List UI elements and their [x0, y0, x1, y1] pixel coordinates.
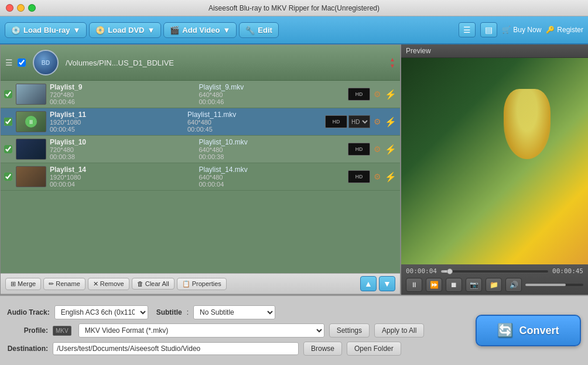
audio-subtitle-row: Audio Track: English AC3 6ch (0x110) Sub…: [7, 305, 469, 319]
list-action-toolbar: ⊞ Merge ✏ Rename ✕ Remove 🗑 Clear All 📋 …: [1, 273, 400, 294]
destination-row: Destination: Browse Open Folder: [7, 342, 469, 356]
merge-button[interactable]: ⊞ Merge: [5, 278, 41, 290]
volume-fill: [525, 284, 566, 286]
buy-now-button[interactable]: 🛒 Buy Now: [502, 26, 541, 34]
output-time-p11: 00:00:45: [187, 126, 322, 133]
remove-icon: ✕: [93, 280, 98, 288]
dropdown-arrow-icon-2: ▼: [147, 26, 155, 35]
profile-select[interactable]: MKV Video Format (*.mkv): [78, 323, 324, 338]
row-checkbox-p10[interactable]: [4, 145, 12, 153]
disc-path: /Volumes/PIN...US_D1_BDLIVE: [66, 58, 385, 67]
audio-track-label: Audio Track:: [7, 308, 50, 316]
convert-label: Convert: [519, 325, 559, 337]
clear-all-button[interactable]: 🗑 Clear All: [132, 278, 175, 290]
apply-to-all-button[interactable]: Apply to All: [374, 323, 424, 338]
edit-button[interactable]: 🔧 Edit: [239, 22, 279, 38]
bluray-disc-icon: BD: [33, 50, 59, 75]
rename-button[interactable]: ✏ Rename: [43, 278, 86, 290]
settings-icon-p10[interactable]: ⚙: [374, 144, 381, 154]
delete-icon-p14[interactable]: ⚡: [385, 171, 396, 182]
audio-track-select[interactable]: English AC3 6ch (0x110): [54, 305, 148, 319]
playback-buttons: ⏸ ⏩ ⏹ 📷 📁 🔊: [406, 278, 583, 292]
rename-icon: ✏: [49, 280, 54, 288]
register-button[interactable]: 🔑 Register: [546, 26, 583, 34]
main-toolbar: 💿 Load Blu-ray ▼ 📀 Load DVD ▼ 🎬 Add Vide…: [0, 16, 588, 44]
row-output-p9: Playlist_9.mkv 640*480 00:00:46: [199, 83, 345, 105]
pause-indicator: ⏸: [25, 116, 37, 128]
load-dvd-button[interactable]: 📀 Load DVD ▼: [89, 22, 161, 38]
convert-icon: 🔄: [497, 323, 513, 338]
app-title: Aiseesoft Blu-ray to MKV Ripper for Mac(…: [208, 4, 380, 12]
output-name-p11: Playlist_11.mkv: [187, 111, 322, 119]
playlist-name-p11: Playlist_11: [50, 111, 184, 119]
open-folder-button[interactable]: Open Folder: [347, 342, 401, 356]
playlist-name-p9: Playlist_9: [50, 83, 196, 91]
scroll-up-icon[interactable]: ▲: [389, 56, 395, 63]
play-pause-button[interactable]: ⏸: [406, 278, 422, 292]
minimize-button[interactable]: [17, 4, 25, 12]
output-time-p14: 00:00:04: [199, 181, 345, 188]
volume-slider[interactable]: [525, 284, 583, 286]
preview-panel: Preview 00:00:04 00:00:45 ⏸ ⏩ ⏹ 📷 📁 🔊: [401, 44, 588, 295]
folder-button[interactable]: 📁: [486, 278, 502, 292]
progress-bar[interactable]: [440, 270, 549, 273]
delete-icon-p9[interactable]: ⚡: [385, 89, 396, 100]
move-up-button[interactable]: ▲: [360, 276, 377, 291]
dvd-icon: 📀: [95, 26, 105, 35]
playlist-dims-p9: 720*480: [50, 91, 196, 98]
maximize-button[interactable]: [28, 4, 36, 12]
settings-icon-p9[interactable]: ⚙: [374, 89, 381, 99]
screenshot-button[interactable]: 📷: [466, 278, 482, 292]
dropdown-arrow-icon-3: ▼: [223, 26, 230, 35]
load-dvd-label: Load DVD: [108, 26, 144, 35]
fast-forward-button[interactable]: ⏩: [426, 278, 442, 292]
row-info-p10: Playlist_10 720*480 00:00:38: [50, 138, 196, 160]
window-controls: [6, 4, 36, 12]
format-select-p11[interactable]: HD: [348, 115, 370, 128]
row-checkbox-p11[interactable]: [4, 118, 12, 126]
settings-icon-p14[interactable]: ⚙: [374, 172, 381, 181]
edit-icon: 🔧: [245, 26, 255, 35]
preview-controls: 00:00:04 00:00:45 ⏸ ⏩ ⏹ 📷 📁 🔊: [401, 264, 588, 295]
row-output-p10: Playlist_10.mkv 640*480 00:00:38: [199, 138, 345, 160]
table-row[interactable]: Playlist_10 720*480 00:00:38 Playlist_10…: [1, 136, 400, 163]
table-row[interactable]: Playlist_14 1920*1080 00:00:04 Playlist_…: [1, 163, 400, 191]
list-view-button[interactable]: ☰: [459, 22, 476, 37]
properties-button[interactable]: 📋 Properties: [177, 278, 227, 290]
scroll-down-icon[interactable]: ▼: [389, 63, 395, 69]
remove-button[interactable]: ✕ Remove: [88, 278, 129, 290]
settings-button[interactable]: Settings: [329, 323, 370, 338]
output-time-p10: 00:00:38: [199, 153, 345, 160]
table-row[interactable]: Playlist_9 720*480 00:00:46 Playlist_9.m…: [1, 81, 400, 108]
hd-badge-p14: HD: [348, 170, 370, 183]
output-time-p9: 00:00:46: [199, 98, 345, 105]
delete-icon-p10[interactable]: ⚡: [385, 144, 396, 155]
convert-button[interactable]: 🔄 Convert: [476, 315, 581, 346]
thumbnail-p11: ⏸: [16, 111, 46, 132]
register-label: Register: [557, 26, 583, 34]
add-video-button[interactable]: 🎬 Add Video ▼: [163, 22, 237, 38]
playlist-list: Playlist_9 720*480 00:00:46 Playlist_9.m…: [1, 81, 400, 273]
grid-view-button[interactable]: ▤: [480, 22, 497, 37]
delete-icon-p11[interactable]: ⚡: [385, 116, 396, 128]
row-checkbox-p9[interactable]: [4, 90, 12, 98]
close-button[interactable]: [6, 4, 13, 12]
playlist-time-p14: 00:00:04: [50, 181, 196, 188]
settings-icon-p11[interactable]: ⚙: [374, 117, 381, 126]
progress-thumb: [447, 268, 453, 274]
browse-button[interactable]: Browse: [303, 342, 342, 356]
output-dims-p14: 640*480: [199, 174, 345, 181]
dropdown-arrow-icon: ▼: [73, 26, 80, 35]
select-all-checkbox[interactable]: [18, 58, 26, 67]
row-checkbox-p14[interactable]: [4, 173, 12, 181]
properties-icon: 📋: [182, 280, 190, 288]
stop-button[interactable]: ⏹: [446, 278, 462, 292]
playlist-time-p9: 00:00:46: [50, 98, 196, 105]
subtitle-select[interactable]: No Subtitle: [193, 305, 275, 319]
table-row[interactable]: ⏸ Playlist_11 1920*1080 00:00:45 Playlis…: [1, 108, 400, 136]
clear-icon: 🗑: [137, 280, 143, 287]
move-down-button[interactable]: ▼: [379, 276, 395, 291]
playlist-time-p11: 00:00:45: [50, 126, 184, 133]
destination-input[interactable]: [53, 342, 299, 355]
load-bluray-button[interactable]: 💿 Load Blu-ray ▼: [5, 22, 87, 38]
